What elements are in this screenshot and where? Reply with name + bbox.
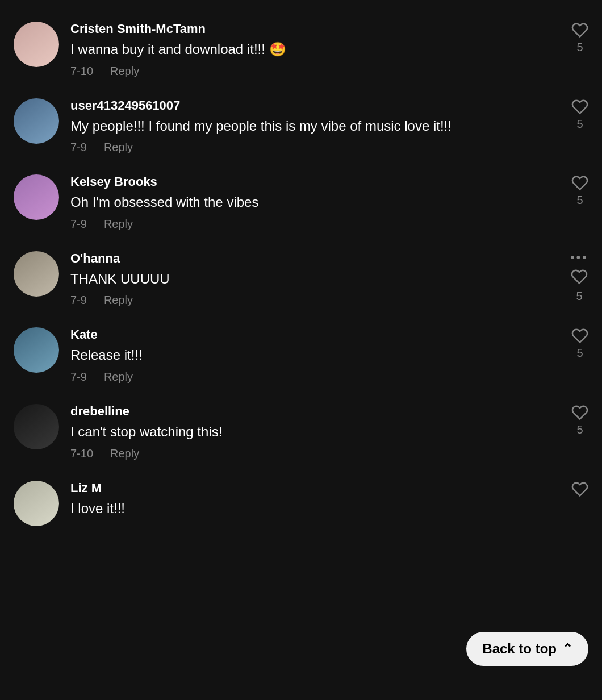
comment-item: Cristen Smith-McTamnI wanna buy it and d… <box>0 11 602 88</box>
comment-item: user413249561007My people!!! I found my … <box>0 88 602 165</box>
avatar <box>14 327 59 373</box>
comment-username: O'hanna <box>70 251 543 266</box>
heart-icon <box>571 98 588 115</box>
comment-date: 7-10 <box>70 447 93 460</box>
reply-button[interactable]: Reply <box>104 218 133 231</box>
reply-button[interactable]: Reply <box>110 447 139 460</box>
avatar <box>14 251 59 297</box>
comment-text: Oh I'm obsessed with the vibes <box>70 193 543 212</box>
avatar <box>14 98 59 144</box>
like-count: 5 <box>576 41 583 54</box>
comment-date: 7-9 <box>70 218 87 231</box>
like-count: 5 <box>576 290 582 303</box>
reply-button[interactable]: Reply <box>104 370 133 384</box>
reply-button[interactable]: Reply <box>104 294 133 307</box>
comment-username: Cristen Smith-McTamn <box>70 22 543 36</box>
comment-meta: 7-9Reply <box>70 218 543 231</box>
comment-text: I can't stop watching this! <box>70 422 543 441</box>
comment-item: KateRelease it!!!7-9Reply5 <box>0 317 602 394</box>
like-section[interactable]: 5 <box>571 404 588 436</box>
more-options[interactable]: •••5 <box>570 251 588 303</box>
comment-meta: 7-9Reply <box>70 370 543 384</box>
avatar <box>14 174 59 220</box>
comment-username: user413249561007 <box>70 98 543 113</box>
like-section[interactable]: 5 <box>571 98 588 131</box>
comment-meta: 7-9Reply <box>70 141 543 154</box>
like-count: 5 <box>576 347 583 360</box>
comment-body: O'hannaTHANK UUUUU7-9Reply <box>70 251 588 307</box>
avatar <box>14 22 59 67</box>
like-count: 5 <box>576 194 583 207</box>
heart-icon <box>571 404 588 421</box>
comment-body: user413249561007My people!!! I found my … <box>70 98 588 155</box>
like-section[interactable]: 5 <box>571 327 588 360</box>
like-section[interactable]: 5 <box>571 22 588 54</box>
comment-body: drebellineI can't stop watching this!7-1… <box>70 404 588 460</box>
comment-text: I wanna buy it and download it!!! 🤩 <box>70 40 543 59</box>
comment-text: I love it!!! <box>70 499 543 518</box>
comment-username: Kate <box>70 327 543 342</box>
chevron-up-icon: ⌃ <box>562 641 572 656</box>
comment-date: 7-10 <box>70 65 93 78</box>
heart-icon <box>571 327 588 344</box>
comment-date: 7-9 <box>70 370 87 384</box>
heart-icon <box>571 481 588 498</box>
more-dots-icon[interactable]: ••• <box>570 251 588 264</box>
avatar <box>14 404 59 449</box>
comment-meta: 7-10Reply <box>70 65 543 78</box>
avatar <box>14 481 59 526</box>
comments-section: Cristen Smith-McTamnI wanna buy it and d… <box>0 0 602 594</box>
reply-button[interactable]: Reply <box>110 65 139 78</box>
comment-body: Liz MI love it!!! <box>70 481 588 524</box>
comment-username: Kelsey Brooks <box>70 174 543 189</box>
comment-meta: 7-10Reply <box>70 447 543 460</box>
comment-meta: 7-9Reply <box>70 294 543 307</box>
comment-body: KateRelease it!!!7-9Reply <box>70 327 588 384</box>
comment-text: Release it!!! <box>70 345 543 365</box>
back-to-top-button[interactable]: Back to top ⌃ <box>466 632 588 666</box>
comment-item: drebellineI can't stop watching this!7-1… <box>0 394 602 470</box>
comment-item: O'hannaTHANK UUUUU7-9Reply•••5 <box>0 241 602 318</box>
like-section[interactable]: 5 <box>571 174 588 207</box>
reply-button[interactable]: Reply <box>104 141 133 154</box>
comment-item: Liz MI love it!!! <box>0 470 602 583</box>
comment-body: Kelsey BrooksOh I'm obsessed with the vi… <box>70 174 588 231</box>
comment-text: THANK UUUUU <box>70 269 543 289</box>
heart-icon <box>571 174 588 191</box>
comment-username: drebelline <box>70 404 543 419</box>
heart-icon <box>571 22 588 39</box>
like-section[interactable] <box>571 481 588 498</box>
like-count: 5 <box>576 118 583 131</box>
heart-icon <box>571 268 588 285</box>
comment-date: 7-9 <box>70 294 87 307</box>
back-to-top-label: Back to top <box>482 641 557 657</box>
comment-date: 7-9 <box>70 141 87 154</box>
comment-item: Kelsey BrooksOh I'm obsessed with the vi… <box>0 164 602 241</box>
comment-text: My people!!! I found my people this is m… <box>70 116 543 136</box>
comment-body: Cristen Smith-McTamnI wanna buy it and d… <box>70 22 588 78</box>
comment-username: Liz M <box>70 481 543 495</box>
like-count: 5 <box>576 423 583 436</box>
